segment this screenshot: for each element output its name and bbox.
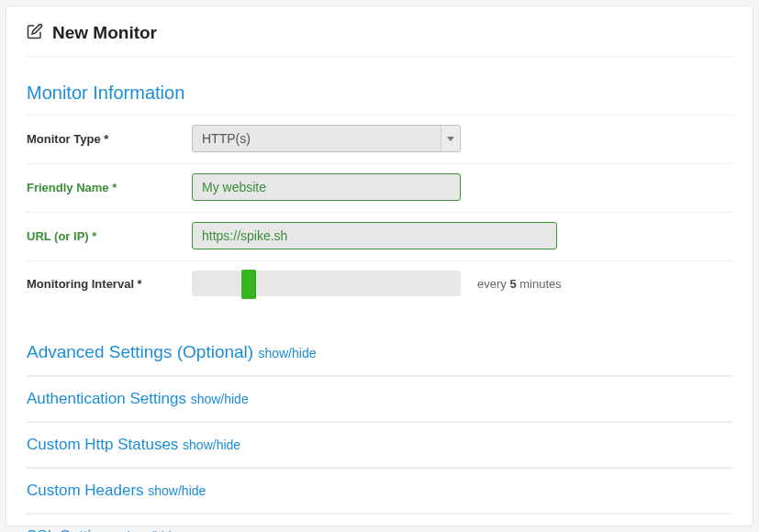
label-monitor-type: Monitor Type * [27,132,192,146]
slider-area: every 5 minutes [192,271,562,296]
label-friendly-name: Friendly Name * [27,181,192,194]
monitoring-interval-display: every 5 minutes [477,277,562,291]
select-monitor-type-button[interactable] [441,126,460,151]
advanced-settings-label: Advanced Settings (Optional) [27,342,253,361]
interval-prefix: every [477,277,509,291]
heading-custom-http-statuses: Custom Http Statuses show/hide [27,422,732,467]
chevron-down-icon [447,137,454,141]
panel-header: New Monitor [27,23,732,57]
toggle-advanced-settings[interactable]: show/hide [258,346,316,360]
field-friendly-name: Friendly Name * [27,163,732,212]
section-monitor-information: Monitor Information [27,83,732,104]
toggle-custom-http-statuses[interactable]: show/hide [183,438,240,452]
slider-handle[interactable] [241,270,256,299]
field-monitoring-interval: Monitoring Interval * every 5 minutes [27,260,732,307]
panel-title: New Monitor [52,23,157,43]
label-url: URL (or IP) * [27,229,192,243]
custom-http-statuses-label: Custom Http Statuses [27,436,178,453]
interval-value: 5 [509,277,516,291]
toggle-authentication-settings[interactable]: show/hide [191,392,249,406]
heading-authentication-settings: Authentication Settings show/hide [27,376,732,421]
toggle-custom-headers[interactable]: show/hide [148,483,206,498]
select-monitor-type-value: HTTP(s) [193,126,441,151]
heading-custom-headers: Custom Headers show/hide [27,468,732,513]
field-monitor-type: Monitor Type * HTTP(s) [27,115,732,163]
edit-icon [27,23,43,43]
interval-suffix: minutes [517,277,562,291]
heading-advanced-settings: Advanced Settings (Optional) show/hide [27,329,732,375]
custom-headers-label: Custom Headers [27,482,144,499]
label-monitoring-interval: Monitoring Interval * [27,277,192,291]
heading-ssl-settings: SSL Settings show/hide [27,514,732,532]
input-friendly-name[interactable] [192,173,461,201]
authentication-settings-label: Authentication Settings [27,390,186,407]
new-monitor-panel: New Monitor Monitor Information Monitor … [6,6,753,526]
input-url[interactable] [192,222,557,249]
field-url: URL (or IP) * [27,212,732,260]
monitoring-interval-slider[interactable] [192,271,461,296]
select-monitor-type[interactable]: HTTP(s) [192,125,461,152]
ssl-settings-label: SSL Settings [27,527,117,532]
